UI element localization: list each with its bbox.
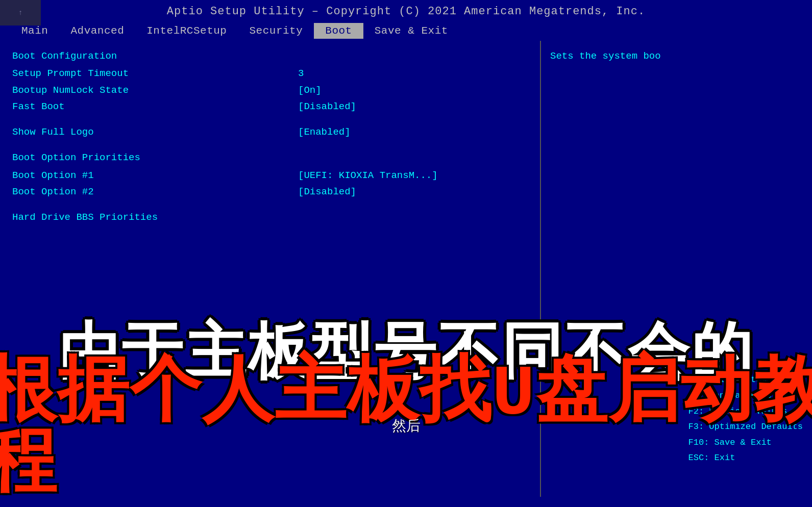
value-setup-prompt-timeout: 3 (298, 65, 528, 82)
row-bootup-numlock[interactable]: Bootup NumLock State [On] (12, 82, 528, 98)
menu-intelrcsetup[interactable]: IntelRCSetup (135, 23, 238, 39)
bios-title: Aptio Setup Utility – Copyright (C) 2021… (0, 0, 812, 21)
label-show-full-logo: Show Full Logo (12, 124, 298, 140)
row-boot-option-2[interactable]: Boot Option #2 [Disabled] (12, 184, 528, 200)
section-boot-config: Boot Configuration (12, 48, 528, 64)
menu-security[interactable]: Security (238, 23, 314, 39)
row-setup-prompt-timeout[interactable]: Setup Prompt Timeout 3 (12, 65, 528, 82)
value-boot-option-2: [Disabled] (298, 184, 528, 200)
overlay-ran-hou: 然后 (392, 416, 421, 436)
bios-menu-bar: Main Advanced IntelRCSetup Security Boot… (0, 21, 812, 41)
value-fast-boot: [Disabled] (298, 98, 528, 115)
row-show-full-logo[interactable]: Show Full Logo [Enabled] (12, 124, 528, 140)
menu-save-exit[interactable]: Save & Exit (363, 23, 459, 39)
label-boot-option-2: Boot Option #2 (12, 184, 298, 200)
help-text: Sets the system boo (550, 48, 803, 64)
spacer-2 (12, 140, 528, 149)
value-show-full-logo: [Enabled] (298, 124, 528, 140)
label-hard-drive-bbs: Hard Drive BBS Priorities (12, 209, 298, 225)
label-bootup-numlock: Bootup NumLock State (12, 82, 298, 98)
row-boot-option-1[interactable]: Boot Option #1 [UEFI: KIOXIA TransM...] (12, 167, 528, 184)
bios-screen: ↑ Aptio Setup Utility – Copyright (C) 20… (0, 0, 812, 507)
corner-artifact: ↑ (0, 0, 41, 26)
value-boot-option-1: [UEFI: KIOXIA TransM...] (298, 167, 528, 184)
label-boot-option-1: Boot Option #1 (12, 167, 298, 184)
spacer-1 (12, 115, 528, 124)
menu-boot[interactable]: Boot (314, 23, 363, 39)
corner-text: ↑ (18, 9, 22, 17)
row-hard-drive-bbs[interactable]: Hard Drive BBS Priorities (12, 209, 528, 225)
section-boot-option-priorities: Boot Option Priorities (12, 149, 528, 166)
menu-advanced[interactable]: Advanced (59, 23, 135, 39)
spacer-3 (12, 200, 528, 209)
value-bootup-numlock: [On] (298, 82, 528, 98)
row-fast-boot[interactable]: Fast Boot [Disabled] (12, 98, 528, 115)
label-fast-boot: Fast Boot (12, 98, 298, 115)
label-setup-prompt-timeout: Setup Prompt Timeout (12, 65, 298, 82)
